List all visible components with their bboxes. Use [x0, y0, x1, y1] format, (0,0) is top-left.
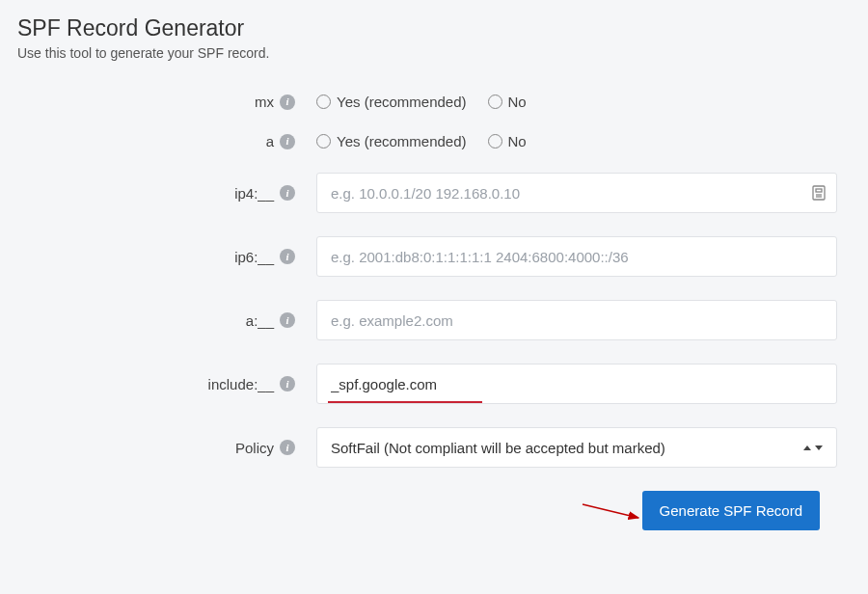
radio-a-no-label: No: [508, 133, 527, 149]
radio-mx-yes-label: Yes (recommended): [337, 94, 467, 110]
label-col-policy: Policy i: [17, 440, 316, 456]
button-row: Generate SPF Record: [17, 491, 851, 530]
row-mx: mx i Yes (recommended) No: [17, 94, 851, 110]
annotation-underline: [328, 401, 482, 403]
radio-circle-icon: [316, 94, 331, 109]
label-col-a-host: a:__ i: [17, 312, 316, 329]
radio-a-yes-label: Yes (recommended): [337, 133, 467, 149]
control-col-policy: SoftFail (Not compliant will be accepted…: [316, 427, 851, 468]
row-policy: Policy i SoftFail (Not compliant will be…: [17, 427, 851, 468]
control-col-ip6: [316, 236, 851, 277]
include-input-wrap: [316, 364, 837, 404]
ip4-input-wrap: [316, 173, 837, 213]
include-input[interactable]: [316, 364, 837, 404]
info-icon[interactable]: i: [280, 185, 295, 201]
label-policy: Policy: [235, 440, 274, 456]
row-a-host: a:__ i: [17, 300, 851, 340]
label-a: a: [266, 133, 274, 149]
row-ip4: ip4:__ i: [17, 173, 851, 213]
row-include: include:__ i: [17, 364, 851, 404]
radio-a-no[interactable]: No: [488, 133, 527, 149]
a-host-input[interactable]: [316, 300, 837, 340]
radio-mx-no-label: No: [508, 94, 527, 110]
control-col-ip4: [316, 173, 851, 213]
policy-select[interactable]: SoftFail (Not compliant will be accepted…: [316, 427, 837, 468]
page-title: SPF Record Generator: [17, 15, 851, 41]
radio-group-a: Yes (recommended) No: [316, 133, 527, 149]
svg-line-5: [583, 504, 638, 518]
row-ip6: ip6:__ i: [17, 236, 851, 277]
info-icon[interactable]: i: [280, 94, 295, 110]
chevron-up-icon: [803, 446, 811, 450]
ip6-input[interactable]: [316, 236, 837, 277]
row-a: a i Yes (recommended) No: [17, 133, 851, 149]
radio-circle-icon: [488, 94, 502, 109]
label-include: include:__: [208, 376, 274, 392]
label-col-ip4: ip4:__ i: [17, 185, 316, 202]
info-icon[interactable]: i: [280, 249, 295, 264]
control-col-include: [316, 364, 851, 404]
chevron-down-icon: [815, 446, 823, 450]
annotation-arrow-icon: [581, 500, 648, 529]
label-col-a: a i: [17, 133, 316, 149]
label-a-host: a:__: [246, 312, 274, 329]
control-col-a: Yes (recommended) No: [316, 133, 851, 149]
radio-circle-icon: [488, 134, 502, 148]
radio-mx-yes[interactable]: Yes (recommended): [316, 94, 467, 110]
select-chevrons: [803, 446, 823, 450]
control-col-mx: Yes (recommended) No: [316, 94, 851, 110]
radio-group-mx: Yes (recommended) No: [316, 94, 527, 110]
label-ip4: ip4:__: [234, 185, 274, 202]
ip4-input[interactable]: [316, 173, 837, 213]
label-col-mx: mx i: [17, 94, 316, 110]
radio-circle-icon: [316, 134, 331, 148]
svg-rect-1: [816, 189, 822, 192]
info-icon[interactable]: i: [280, 376, 295, 392]
page-subtitle: Use this tool to generate your SPF recor…: [17, 45, 851, 61]
info-icon[interactable]: i: [280, 134, 295, 149]
info-icon[interactable]: i: [280, 440, 295, 455]
control-col-a-host: [316, 300, 851, 340]
generate-button[interactable]: Generate SPF Record: [642, 491, 820, 530]
radio-mx-no[interactable]: No: [488, 94, 527, 110]
policy-selected-label: SoftFail (Not compliant will be accepted…: [331, 440, 665, 456]
svg-rect-0: [813, 186, 825, 200]
label-col-include: include:__ i: [17, 376, 316, 392]
contact-card-icon[interactable]: [812, 185, 826, 201]
label-mx: mx: [255, 94, 274, 110]
label-ip6: ip6:__: [234, 249, 274, 265]
radio-a-yes[interactable]: Yes (recommended): [316, 133, 467, 149]
label-col-ip6: ip6:__ i: [17, 249, 316, 265]
info-icon[interactable]: i: [280, 312, 295, 328]
